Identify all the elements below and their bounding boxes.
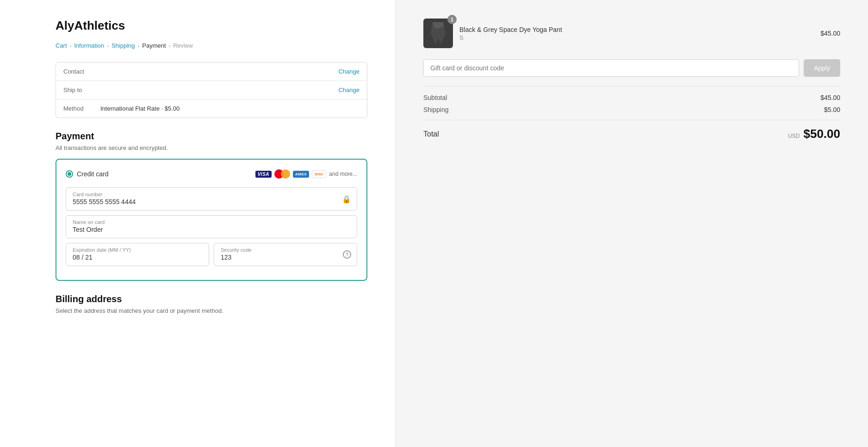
expiry-value: 08 / 21 [73,254,93,261]
discover-icon: DISC [312,170,326,178]
product-info: Black & Grey Space Dye Yoga Pant S [459,26,814,41]
contact-change[interactable]: Change [338,68,360,75]
info-box: Contact Change Ship to Change Method Int… [56,62,367,118]
grand-value: $50.00 [803,127,840,141]
subtotal-value: $45.00 [820,94,840,101]
store-title: AlyAthletics [56,19,367,33]
amex-icon: AMEX [293,171,309,178]
security-value: 123 [221,254,231,261]
breadcrumb-information[interactable]: Information [74,42,104,49]
product-image-wrap: 1 [423,19,453,48]
visa-icon: VISA [255,171,272,178]
breadcrumb-payment: Payment [142,42,166,49]
method-label: Method [63,105,100,112]
name-on-card-field[interactable]: Name on card Test Order [66,215,357,238]
breadcrumb-review: Review [173,42,193,49]
apply-button[interactable]: Apply [804,59,840,77]
payment-title: Payment [56,131,367,142]
product-variant: S [459,34,814,41]
security-label: Security code [221,247,350,253]
info-row-method: Method International Flat Rate · $5.00 [56,99,367,118]
card-header-left: Credit card [66,170,108,178]
card-header: Credit card VISA AMEX DISC and more... [66,169,357,179]
shipping-value: $5.00 [824,106,840,113]
expiry-field[interactable]: Expiration date (MM / YY) 08 / 21 [66,243,209,266]
billing-subtitle: Select the address that matches your car… [56,307,367,314]
credit-card-radio[interactable] [66,170,73,178]
discount-input[interactable] [423,59,799,77]
info-row-contact: Contact Change [56,62,367,81]
product-svg [429,20,447,46]
sep-3: › [138,43,140,49]
shipping-label: Shipping [423,106,449,113]
name-value: Test Order [73,226,103,233]
contact-label: Contact [63,68,100,75]
billing-title: Billing address [56,294,367,304]
breadcrumb-shipping[interactable]: Shipping [112,42,135,49]
right-panel: 1 Black & Grey Space Dye Yoga Pant S $45… [396,0,868,447]
breadcrumb: Cart › Information › Shipping › Payment … [56,42,367,49]
credit-card-container: Credit card VISA AMEX DISC and more... C… [56,159,367,281]
and-more-label: and more... [329,171,357,177]
product-badge: 1 [447,15,457,24]
credit-card-label: Credit card [77,170,108,178]
grand-total-row: Total USD $50.00 [423,120,840,141]
security-field[interactable]: Security code 123 ? [214,243,357,266]
name-label: Name on card [73,219,350,225]
expiry-security-row: Expiration date (MM / YY) 08 / 21 Securi… [66,243,357,271]
card-number-value: 5555 5555 5555 4444 [73,198,136,205]
product-price: $45.00 [820,30,840,37]
left-panel: AlyAthletics Cart › Information › Shippi… [0,0,396,447]
card-number-field[interactable]: Card number 5555 5555 5555 4444 🔒 [66,187,357,211]
discount-row: Apply [423,59,840,77]
product-image [423,19,453,48]
sep-2: › [107,43,109,49]
grand-value-wrap: USD $50.00 [788,127,840,141]
payment-subtitle: All transactions are secure and encrypte… [56,144,367,151]
shipping-row: Shipping $5.00 [423,106,840,113]
mastercard-icon [274,169,290,179]
shipto-label: Ship to [63,87,100,93]
shipto-change[interactable]: Change [338,87,360,93]
product-row: 1 Black & Grey Space Dye Yoga Pant S $45… [423,19,840,48]
card-icons: VISA AMEX DISC and more... [255,169,357,179]
sep-4: › [169,43,171,49]
info-row-shipto: Ship to Change [56,81,367,99]
sep-1: › [70,43,72,49]
security-help-icon[interactable]: ? [343,250,351,259]
currency-label: USD [788,133,800,139]
expiry-label: Expiration date (MM / YY) [73,247,202,253]
card-number-label: Card number [73,192,350,197]
breadcrumb-cart[interactable]: Cart [56,42,67,49]
grand-label: Total [423,130,439,138]
subtotal-row: Subtotal $45.00 [423,94,840,101]
totals-section: Subtotal $45.00 Shipping $5.00 Total USD… [423,86,840,141]
lock-icon: 🔒 [342,195,351,204]
subtotal-label: Subtotal [423,94,447,101]
product-name: Black & Grey Space Dye Yoga Pant [459,26,814,33]
method-value: International Flat Rate · $5.00 [100,105,360,112]
